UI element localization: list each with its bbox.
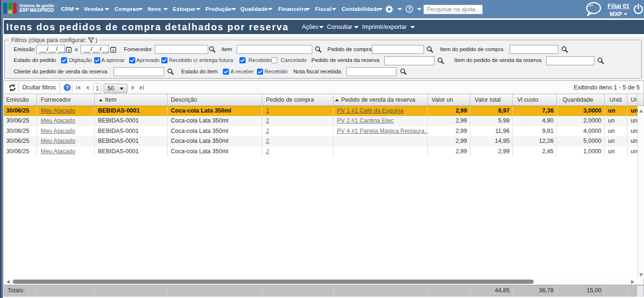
svg-text:?: ? — [66, 85, 69, 90]
svg-text:8: 8 — [112, 48, 115, 53]
svg-text:8: 8 — [68, 48, 70, 53]
svg-text:?: ? — [408, 7, 411, 12]
